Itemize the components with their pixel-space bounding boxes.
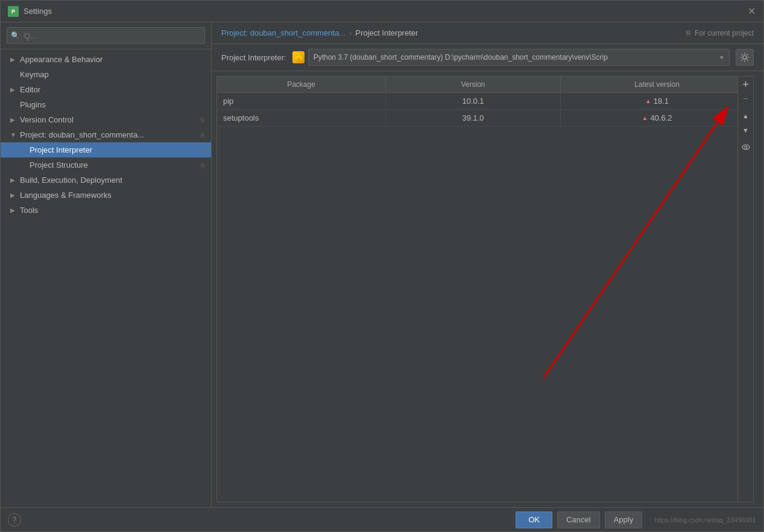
interpreter-select-wrapper: Python 3.7 (douban_short_commentary) D:\… [292, 49, 730, 66]
update-arrow-icon: ▲ [645, 98, 651, 104]
scroll-up-button[interactable]: ▲ [739, 109, 753, 122]
sidebar-item-project-interpreter[interactable]: Project Interpreter ⎘ [1, 142, 211, 157]
for-current-project-label: ⎘ For current project [686, 29, 754, 37]
breadcrumb-project-link[interactable]: Project: douban_short_commenta... [221, 28, 346, 37]
sidebar-item-project-structure[interactable]: Project Structure ⎘ [1, 157, 211, 173]
apply-button[interactable]: Apply [605, 511, 643, 528]
sidebar-item-project-douban[interactable]: ▼ Project: douban_short_commenta... ⎘ [1, 127, 211, 142]
ok-button[interactable]: OK [516, 511, 552, 528]
copy-icon: ⎘ [201, 116, 205, 124]
help-button[interactable]: ? [8, 513, 21, 527]
sidebar-item-version-control[interactable]: ▶ Version Control ⎘ [1, 112, 211, 127]
sidebar-item-label: Languages & Frameworks [20, 191, 112, 200]
sidebar-item-label: Tools [20, 206, 38, 215]
expand-arrow-icon: ▼ [10, 131, 16, 138]
sidebar-item-label: Keymap [20, 70, 49, 79]
package-latest: ▲ 18.1 [561, 93, 753, 109]
sidebar-item-languages-frameworks[interactable]: ▶ Languages & Frameworks [1, 188, 211, 203]
copy-icon: ⎘ [201, 131, 205, 139]
sidebar: 🔍 ▶ Appearance & Behavior Keymap ▶ [1, 22, 212, 507]
copy-icon: ⎘ [201, 147, 205, 154]
gear-button[interactable] [736, 49, 754, 66]
sidebar-item-label: Editor [20, 85, 40, 94]
breadcrumb: Project: douban_short_commenta... › Proj… [212, 22, 763, 44]
sidebar-item-appearance[interactable]: ▶ Appearance & Behavior [1, 52, 211, 67]
titlebar: P Settings ✕ [1, 1, 763, 22]
expand-arrow-icon: ▶ [10, 86, 16, 93]
copy-icon: ⎘ [201, 162, 205, 169]
package-version: 10.0.1 [386, 93, 561, 109]
table-row[interactable]: setuptools 39.1.0 ▲ 40.6.2 [217, 110, 753, 127]
sidebar-item-label: Version Control [20, 115, 74, 124]
settings-window: P Settings ✕ 🔍 ▶ Appearance & Behavior [0, 0, 764, 532]
svg-point-2 [297, 55, 298, 55]
sidebar-item-editor[interactable]: ▶ Editor [1, 82, 211, 97]
package-name: setuptools [217, 110, 386, 126]
column-header-version: Version [386, 77, 561, 92]
sidebar-item-keymap[interactable]: Keymap [1, 67, 211, 82]
update-arrow-icon: ▲ [642, 115, 648, 121]
cancel-button[interactable]: Cancel [557, 511, 599, 528]
copy-small-icon: ⎘ [686, 29, 690, 37]
close-button[interactable]: ✕ [747, 7, 756, 16]
bottom-right: OK Cancel Apply [516, 511, 642, 528]
search-icon: 🔍 [11, 31, 20, 40]
column-header-latest: Latest version [561, 77, 753, 92]
breadcrumb-separator: › [349, 28, 352, 37]
app-icon: P [8, 6, 19, 17]
sidebar-item-label: Appearance & Behavior [20, 55, 103, 64]
expand-arrow-icon: ▶ [10, 207, 16, 214]
add-package-button[interactable]: + [739, 78, 753, 91]
table-row[interactable]: pip 10.0.1 ▲ 18.1 [217, 93, 753, 110]
search-input[interactable] [7, 27, 205, 44]
packages-table: Package Version Latest version pip 10.0.… [216, 76, 754, 502]
remove-package-button[interactable]: − [739, 92, 753, 106]
svg-point-5 [745, 146, 747, 148]
svg-point-3 [299, 59, 300, 60]
svg-text:P: P [11, 8, 15, 14]
table-body: pip 10.0.1 ▲ 18.1 setuptools 39.1.0 ▲ [217, 93, 753, 502]
table-header: Package Version Latest version [217, 77, 753, 93]
expand-arrow-icon: ▶ [10, 177, 16, 183]
breadcrumb-current: Project Interpreter [355, 28, 418, 37]
sidebar-item-label: Plugins [20, 100, 46, 109]
window-title: Settings [24, 7, 747, 16]
sidebar-item-build-execution[interactable]: ▶ Build, Execution, Deployment [1, 173, 211, 188]
package-version: 39.1.0 [386, 110, 561, 126]
svg-point-4 [742, 145, 750, 150]
python-icon [292, 51, 305, 63]
sidebar-item-tools[interactable]: ▶ Tools [1, 203, 211, 218]
package-latest: ▲ 40.6.2 [561, 110, 753, 126]
sidebar-item-plugins[interactable]: Plugins [1, 97, 211, 112]
scroll-down-button[interactable]: ▼ [739, 124, 753, 137]
interpreter-select[interactable]: Python 3.7 (douban_short_commentary) D:\… [308, 49, 730, 66]
sidebar-item-label: Project Interpreter [30, 145, 92, 154]
nav-tree: ▶ Appearance & Behavior Keymap ▶ Editor … [1, 49, 211, 507]
interpreter-row: Project Interpreter: Python 3.7 (douban_… [212, 44, 763, 71]
url-hint: https://blog.csdn.net/qq_33496991 [654, 516, 756, 524]
expand-arrow-icon: ▶ [10, 56, 16, 63]
table-side-buttons: + − ▲ ▼ [737, 77, 753, 502]
main-panel: Project: douban_short_commenta... › Proj… [212, 22, 763, 507]
eye-button[interactable] [739, 141, 753, 154]
bottom-bar: ? OK Cancel Apply https://blog.csdn.net/… [1, 507, 763, 531]
sidebar-item-label: Build, Execution, Deployment [20, 176, 122, 185]
search-box: 🔍 [1, 22, 211, 49]
expand-arrow-icon: ▶ [10, 116, 16, 123]
column-header-package: Package [217, 77, 386, 92]
package-name: pip [217, 93, 386, 109]
sidebar-item-label: Project: douban_short_commenta... [20, 130, 144, 139]
expand-arrow-icon: ▶ [10, 192, 16, 198]
bottom-left: ? [8, 513, 21, 527]
sidebar-item-label: Project Structure [30, 160, 88, 169]
interpreter-label: Project Interpreter: [221, 53, 286, 62]
